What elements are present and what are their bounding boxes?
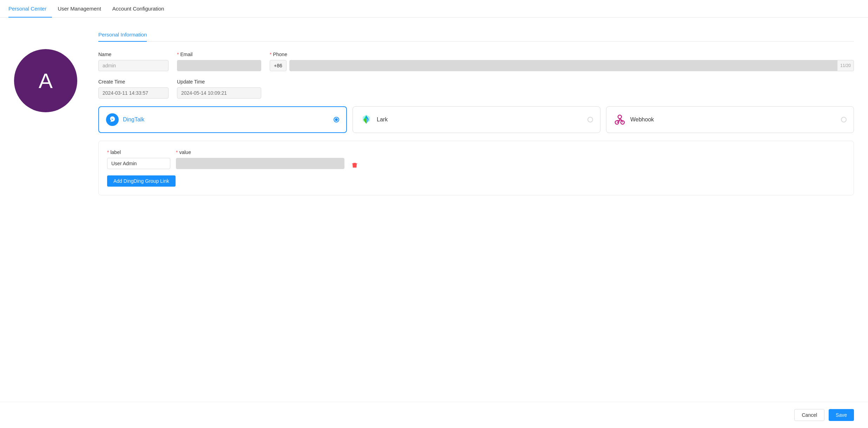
avatar-section: A [14,28,77,203]
webhook-radio[interactable] [841,117,847,122]
lark-card-left: Lark [360,113,388,126]
webhook-card-left: Webhook [613,113,654,126]
phone-count: 11/20 [837,63,854,68]
email-label: * Email [177,52,261,57]
nav-personal-center[interactable]: Personal Center [8,0,52,18]
webhook-icon [613,113,626,126]
subform-label-input[interactable] [107,158,170,169]
top-navigation: Personal Center User Management Account … [0,0,868,18]
subform-value-input[interactable] [176,158,344,169]
name-label: Name [98,52,169,57]
subform-row: * label * value [107,149,845,170]
subform-label-label: * label [107,149,170,155]
form-row-2: Create Time Update Time [98,79,854,99]
create-time-input [98,87,169,99]
dingtalk-subform: * label * value [98,141,854,195]
svg-point-3 [618,115,622,119]
subform-value-text: value [179,149,191,155]
email-field: * Email [177,52,261,71]
subform-value-label: * value [176,149,344,155]
dingtalk-icon [106,113,119,126]
name-field: Name [98,52,169,71]
lark-icon [360,113,373,126]
subform-value-field: * value [176,149,344,169]
name-input[interactable] [98,60,169,71]
notification-card-lark[interactable]: Lark [353,106,600,133]
email-required: * [177,52,179,57]
phone-input[interactable] [290,60,837,71]
tab-personal-information[interactable]: Personal Information [98,28,147,42]
phone-prefix: +86 [270,60,287,71]
add-dingtalk-group-link-button[interactable]: Add DingDing Group Link [107,175,176,187]
update-time-input [177,87,261,99]
phone-required: * [270,52,271,57]
notification-card-dingtalk[interactable]: DingTalk [98,106,347,133]
webhook-label: Webhook [630,116,654,123]
subform-label-text: label [110,149,121,155]
nav-account-configuration[interactable]: Account Configuration [107,0,170,18]
notification-cards-row: DingTalk [98,106,854,133]
avatar-initials: A [39,69,53,93]
phone-label: * Phone [270,52,854,57]
delete-row-button[interactable] [350,161,359,170]
tab-header: Personal Information [98,28,854,42]
dingtalk-card-left: DingTalk [106,113,144,126]
phone-input-wrapper: 11/20 [289,60,854,71]
update-time-field: Update Time [177,79,261,99]
notification-card-webhook[interactable]: Webhook [606,106,854,133]
update-time-label: Update Time [177,79,261,85]
email-input[interactable] [177,60,261,71]
form-row-1: Name * Email * Phone +86 [98,52,854,71]
phone-wrapper: +86 11/20 [270,60,854,71]
nav-user-management[interactable]: User Management [52,0,106,18]
lark-label: Lark [377,116,388,123]
main-layout: A Personal Information Name * Email [0,18,868,214]
lark-radio[interactable] [587,117,593,122]
create-time-label: Create Time [98,79,169,85]
phone-field: * Phone +86 11/20 [270,52,854,71]
dingtalk-radio[interactable] [334,117,339,122]
avatar: A [14,49,77,112]
create-time-field: Create Time [98,79,169,99]
subform-label-field: * label [107,149,170,169]
dingtalk-label: DingTalk [123,116,144,123]
form-section: Personal Information Name * Email [98,28,854,203]
